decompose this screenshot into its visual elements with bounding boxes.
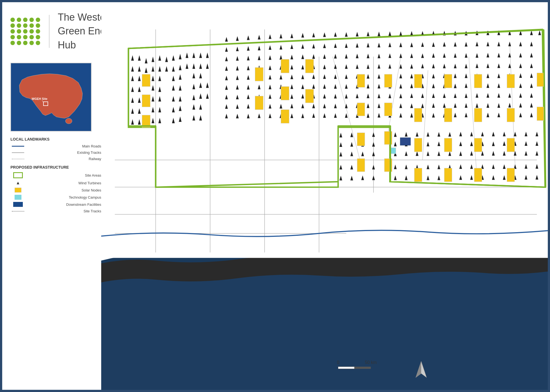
svg-rect-458 [414,108,422,122]
svg-rect-443 [255,96,263,109]
svg-rect-470 [507,108,515,122]
existing-tracks-label: Existing Tracks [28,150,101,155]
logo-dot [36,41,40,45]
logo-dot [10,18,15,22]
logo-dot [17,35,21,39]
downstream-facilities-symbol [13,202,23,207]
logo-dot [29,41,34,45]
technology-campus-symbol [15,195,21,200]
mini-map: WGEH Site [10,63,92,131]
site-tracks-symbol [12,211,24,212]
site-areas-label: Site Areas [28,173,101,177]
logo-dot [36,23,40,28]
solar-nodes-symbol [15,188,21,193]
legend-main-roads: Main Roads [10,144,101,148]
logo-dot [23,18,28,22]
svg-rect-469 [507,74,515,88]
logo-dot [17,29,21,34]
legend-site-tracks: Site Tracks [10,209,101,213]
logo-dot [29,18,34,22]
logo-dot [29,35,34,39]
legend-technology-campus: Technology Campus [10,195,101,200]
svg-rect-442 [255,67,263,81]
logo-dot [29,23,34,28]
svg-rect-448 [306,89,314,103]
svg-rect-447 [306,59,314,73]
svg-rect-6 [101,2,548,258]
svg-rect-440 [142,95,150,107]
svg-rect-471 [507,138,515,152]
svg-rect-473 [537,73,544,86]
svg-rect-460 [414,168,422,182]
svg-rect-477 [338,367,354,369]
wind-turbines-label: Wind Turbines [28,181,101,185]
railway-label: Railway [28,157,101,161]
legend-downstream-facilities: Downstream Facilities [10,202,101,207]
svg-text:0: 0 [337,360,339,365]
logo-dot [10,29,15,34]
logo-dot [10,23,15,28]
logo-dot [23,35,28,39]
legend-wind-turbines: ▲ Wind Turbines [10,180,101,185]
existing-tracks-symbol [12,152,24,153]
svg-rect-454 [384,103,392,116]
svg-rect-467 [474,138,482,152]
railway-symbol [12,159,24,159]
logo-dot [23,29,28,34]
logo-divider [49,15,50,48]
wind-turbine-symbol: ▲ [16,180,20,185]
logo-dot [10,35,15,39]
svg-rect-457 [414,74,422,88]
legend-solar-nodes: Solar Nodes [10,188,101,193]
svg-rect-472 [507,168,515,182]
legend-site-areas: Site Areas [10,172,101,178]
svg-text:WGEH Site: WGEH Site [32,97,47,100]
logo-dots [10,18,41,45]
svg-rect-451 [357,133,365,146]
svg-rect-449 [357,74,365,87]
svg-rect-450 [357,103,365,116]
svg-rect-478 [354,367,371,369]
logo-dot [10,41,15,45]
main-roads-label: Main Roads [28,144,101,148]
page-container: The Western Green Energy Hub WGEH Site [0,0,550,392]
svg-point-1 [65,118,72,124]
logo-dot [36,35,40,39]
svg-rect-466 [474,108,482,122]
svg-rect-452 [357,159,365,172]
map-svg: 0 50 km [101,2,548,390]
main-roads-symbol [12,146,24,147]
svg-rect-446 [281,110,289,123]
svg-rect-462 [444,108,452,122]
downstream-facilities-label: Downstream Facilities [28,202,101,207]
legend-panel: WGEH Site LOCAL LANDMARKS Main Roads Exi… [10,63,101,215]
logo-dot [23,23,28,28]
svg-rect-474 [537,107,544,120]
technology-campus-label: Technology Campus [28,195,101,199]
svg-rect-453 [384,74,392,87]
svg-text:50 km: 50 km [365,360,377,365]
logo-dot [17,23,21,28]
local-landmarks-title: LOCAL LANDMARKS [10,137,101,141]
legend-existing-tracks: Existing Tracks [10,150,101,155]
logo-dot [23,41,28,45]
logo-dot [29,29,34,34]
svg-rect-461 [444,74,452,88]
svg-rect-439 [142,74,150,86]
svg-rect-468 [474,168,482,182]
map-area: 0 50 km [101,2,548,390]
logo-dot [36,18,40,22]
proposed-infra-title: PROPOSED INFRASTRUCTURE [10,165,101,169]
legend-railway: Railway [10,157,101,161]
logo-dot [36,29,40,34]
site-tracks-label: Site Tracks [28,209,101,213]
site-areas-symbol [13,172,23,178]
svg-rect-476 [400,138,411,145]
solar-nodes-label: Solar Nodes [28,188,101,192]
logo-dot [17,41,21,45]
svg-rect-445 [281,87,289,100]
svg-rect-444 [281,59,289,73]
svg-rect-459 [414,138,422,152]
svg-rect-464 [444,168,452,182]
logo-dot [17,18,21,22]
